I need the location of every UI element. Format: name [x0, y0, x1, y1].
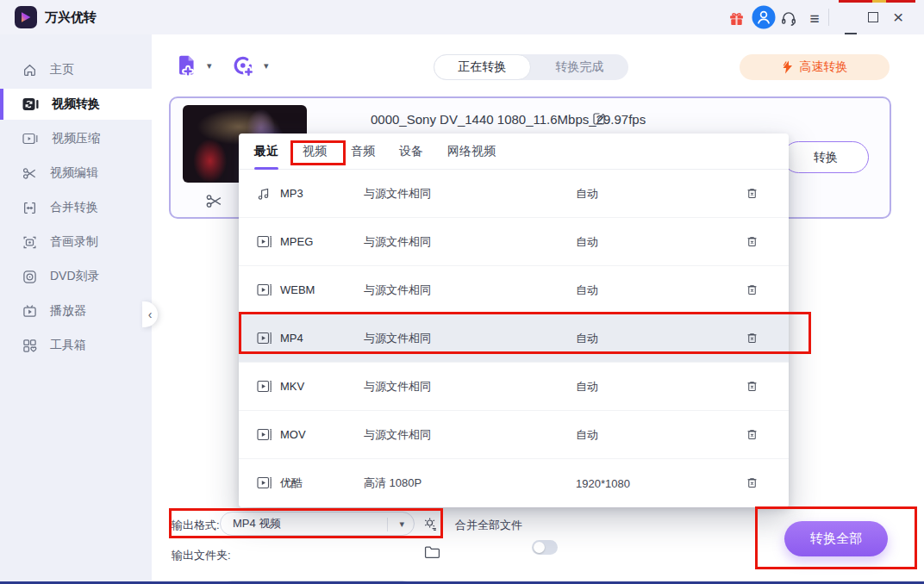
trim-scissors-icon[interactable]: [205, 193, 223, 209]
video-format-icon: [257, 428, 272, 441]
sidebar-collapse-handle[interactable]: ‹: [142, 301, 158, 327]
format-tab-recent[interactable]: 最近: [254, 144, 278, 159]
format-quality: 与源文件相同: [364, 283, 431, 298]
output-format-value: MP4 视频: [233, 516, 281, 531]
open-folder-icon[interactable]: [424, 545, 440, 559]
sidebar-item-home[interactable]: 主页: [0, 54, 152, 85]
output-folder-label: 输出文件夹:: [172, 548, 231, 563]
format-row-webm[interactable]: WEBM 与源文件相同 自动: [239, 266, 789, 314]
titlebar: 万兴优转 ≡ ×: [0, 0, 924, 34]
format-row-mpeg[interactable]: MPEG 与源文件相同 自动: [239, 218, 789, 266]
record-icon: [22, 235, 37, 250]
delete-trash-icon[interactable]: [746, 187, 759, 200]
sidebar-item-video-compress[interactable]: 视频压缩: [0, 123, 152, 154]
dvd-icon: [22, 270, 37, 284]
format-row-mp3[interactable]: MP3 与源文件相同 自动: [239, 170, 789, 218]
close-button[interactable]: ×: [893, 6, 903, 28]
format-name: 优酷: [280, 475, 303, 491]
hamburger-menu-icon[interactable]: ≡: [805, 9, 824, 28]
video-convert-icon: [22, 97, 39, 111]
tab-converted[interactable]: 转换完成: [531, 54, 628, 80]
delete-trash-icon[interactable]: [746, 332, 759, 345]
add-file-icon: [175, 53, 199, 78]
format-row-youku[interactable]: 优酷 高清 1080P 1920*1080: [239, 459, 789, 507]
output-format-dropdown-panel: 最近 视频 音频 设备 网络视频 MP3 与源文件相同 自动 MPEG 与源文件…: [239, 134, 789, 507]
sidebar-item-video-edit[interactable]: 视频编辑: [0, 158, 152, 189]
convert-status-tabs: 正在转换 转换完成: [434, 54, 628, 80]
output-format-select[interactable]: MP4 视频 ▾: [220, 512, 415, 536]
format-resolution: 自动: [576, 283, 598, 298]
sidebar-item-label: 音画录制: [50, 234, 98, 250]
support-headset-icon[interactable]: [779, 9, 798, 28]
format-tab-audio[interactable]: 音频: [351, 144, 375, 159]
format-panel-tabs: 最近 视频 音频 设备 网络视频: [239, 134, 789, 170]
merge-all-files-toggle[interactable]: [532, 540, 558, 555]
delete-trash-icon[interactable]: [746, 428, 759, 441]
sidebar-item-merge-convert[interactable]: 合并转换: [0, 192, 152, 223]
format-row-mov[interactable]: MOV 与源文件相同 自动: [239, 411, 789, 459]
sidebar-item-video-convert[interactable]: 视频转换: [0, 89, 152, 120]
sidebar-item-av-record[interactable]: 音画录制: [0, 227, 152, 258]
video-format-icon: [257, 283, 272, 296]
convert-all-button[interactable]: 转换全部: [784, 521, 888, 556]
delete-trash-icon[interactable]: [746, 235, 759, 248]
video-format-icon: [257, 380, 272, 393]
add-camcorder-icon: [231, 53, 255, 78]
format-name: WEBM: [280, 283, 315, 296]
delete-trash-icon[interactable]: [746, 476, 759, 489]
format-quality: 与源文件相同: [364, 234, 431, 250]
format-row-mp4[interactable]: MP4 与源文件相同 自动: [239, 314, 789, 363]
convert-single-button[interactable]: 转换: [783, 141, 869, 173]
tab-converting[interactable]: 正在转换: [434, 54, 531, 80]
sidebar-item-player[interactable]: 播放器: [0, 295, 152, 326]
format-settings-gear-icon[interactable]: [422, 516, 438, 531]
play-logo-icon: [19, 10, 33, 24]
format-quality: 与源文件相同: [364, 379, 431, 395]
add-file-caret-icon[interactable]: ▾: [207, 60, 212, 71]
format-resolution: 1920*1080: [576, 477, 630, 490]
delete-trash-icon[interactable]: [746, 283, 759, 296]
format-quality: 与源文件相同: [364, 186, 431, 202]
sidebar-item-dvd-burn[interactable]: DVD刻录: [0, 261, 152, 292]
select-divider: [387, 518, 388, 531]
sidebar-item-label: 视频编辑: [50, 165, 98, 181]
high-speed-convert-label: 高速转换: [800, 59, 848, 75]
sidebar-item-label: 视频转换: [52, 96, 100, 112]
user-avatar[interactable]: [752, 5, 776, 29]
format-tab-device[interactable]: 设备: [399, 144, 423, 159]
add-file-button[interactable]: [175, 53, 199, 78]
format-resolution: 自动: [576, 234, 598, 250]
output-format-label: 输出格式:: [172, 518, 220, 533]
high-speed-convert-button[interactable]: 高速转换: [740, 54, 890, 80]
background-window-yellow-strip: [872, 0, 886, 3]
toolbox-icon: [22, 339, 37, 353]
format-name: MPEG: [280, 235, 313, 248]
delete-trash-icon[interactable]: [746, 380, 759, 393]
sidebar-item-label: 视频压缩: [52, 131, 100, 146]
sidebar-item-label: 主页: [50, 62, 74, 78]
sidebar-item-label: DVD刻录: [50, 269, 100, 284]
format-tab-web-video[interactable]: 网络视频: [447, 144, 496, 159]
add-camcorder-caret-icon[interactable]: ▾: [264, 60, 269, 71]
sidebar-item-toolbox[interactable]: 工具箱: [0, 330, 152, 361]
video-compress-icon: [22, 132, 39, 146]
video-format-icon: [257, 476, 272, 489]
format-resolution: 自动: [576, 427, 598, 443]
format-tab-video[interactable]: 视频: [303, 144, 327, 159]
format-name: MOV: [280, 428, 306, 441]
minimize-button[interactable]: [838, 9, 857, 28]
rename-edit-icon[interactable]: [591, 111, 607, 127]
add-camcorder-button[interactable]: [231, 53, 255, 78]
app-logo: [15, 6, 37, 28]
format-quality: 与源文件相同: [364, 427, 431, 443]
format-name: MP4: [280, 332, 303, 345]
titlebar-separator: [828, 9, 829, 26]
gift-icon[interactable]: [727, 9, 746, 28]
lightning-icon: [782, 60, 794, 74]
maximize-button[interactable]: [868, 12, 878, 22]
scissors-icon: [22, 166, 37, 181]
format-resolution: 自动: [576, 186, 598, 202]
format-row-mkv[interactable]: MKV 与源文件相同 自动: [239, 363, 789, 411]
format-quality: 与源文件相同: [364, 331, 431, 346]
format-resolution: 自动: [576, 331, 598, 346]
